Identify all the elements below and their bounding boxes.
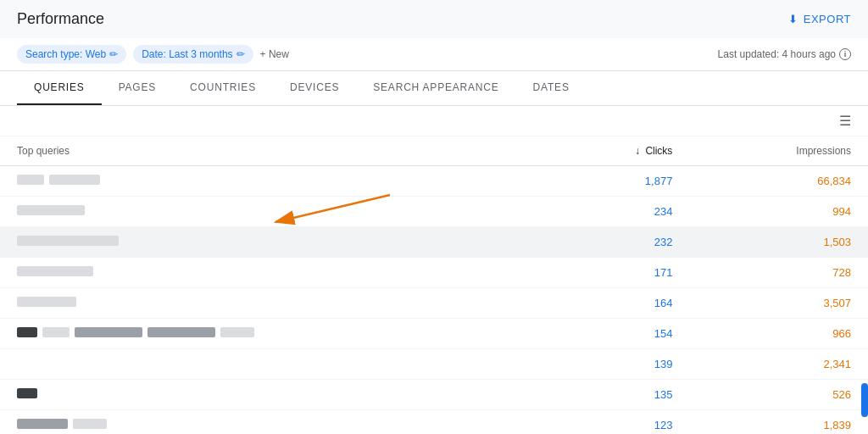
impressions-cell: 1,503 (689, 227, 868, 258)
tabs-bar: QUERIES PAGES COUNTRIES DEVICES SEARCH A… (0, 71, 868, 106)
query-placeholder (75, 327, 142, 337)
filter-rows-icon[interactable]: ☰ (839, 113, 851, 129)
last-updated-text: Last updated: 4 hours ago (718, 48, 836, 60)
page-title: Performance (17, 10, 104, 28)
impressions-cell: 1,839 (689, 410, 868, 435)
date-range-chip[interactable]: Date: Last 3 months ✏ (133, 45, 253, 64)
chip2-label: Date: Last 3 months (142, 48, 232, 60)
col-clicks[interactable]: ↓ Clicks (546, 136, 690, 166)
table-row: 234994 (0, 197, 868, 227)
query-cell (0, 197, 546, 224)
query-placeholder (17, 388, 37, 398)
clicks-cell: 135 (546, 380, 690, 410)
query-cell (0, 166, 546, 193)
clicks-cell: 164 (546, 288, 690, 319)
col-impressions[interactable]: Impressions (689, 136, 868, 166)
tab-search-appearance[interactable]: SEARCH APPEARANCE (356, 71, 515, 105)
query-cell (0, 227, 546, 254)
table-header: Top queries ↓ Clicks Impressions (0, 136, 868, 166)
clicks-cell: 123 (546, 410, 690, 435)
clicks-cell: 1,877 (546, 166, 690, 197)
sort-arrow-icon: ↓ (635, 145, 640, 157)
tab-pages[interactable]: PAGES (102, 71, 173, 105)
impressions-cell: 966 (689, 319, 868, 349)
last-updated: Last updated: 4 hours ago i (718, 48, 851, 60)
edit-icon-2: ✏ (236, 48, 245, 60)
impressions-cell: 526 (689, 380, 868, 410)
query-cell (0, 349, 546, 366)
clicks-cell: 171 (546, 258, 690, 288)
filter-chips: Search type: Web ✏ Date: Last 3 months ✏… (17, 45, 289, 64)
data-table[interactable]: Top queries ↓ Clicks Impressions 1,87766… (0, 136, 868, 434)
query-placeholder (73, 419, 107, 429)
query-placeholder (17, 205, 85, 215)
query-placeholder (42, 327, 70, 337)
impressions-cell: 3,507 (689, 288, 868, 319)
query-cell (0, 380, 546, 407)
table-row: 135526 (0, 380, 868, 410)
clicks-cell: 139 (546, 349, 690, 380)
page-wrapper: Performance ⬇ EXPORT Search type: Web ✏ … (0, 0, 868, 434)
tab-countries[interactable]: COUNTRIES (173, 71, 273, 105)
query-placeholder (147, 327, 215, 337)
impressions-cell: 2,341 (689, 349, 868, 380)
query-placeholder (17, 175, 44, 185)
query-placeholder (17, 327, 37, 337)
chip1-label: Search type: Web (25, 48, 106, 60)
table-row: 154966 (0, 319, 868, 349)
clicks-cell: 232 (546, 227, 690, 258)
main-content: ☰ Top queries ↓ Clicks Impressions (0, 106, 868, 434)
table-row: 1392,341 (0, 349, 868, 380)
export-label: EXPORT (804, 13, 851, 25)
search-type-chip[interactable]: Search type: Web ✏ (17, 45, 126, 64)
query-placeholder (17, 419, 68, 429)
new-filter-button[interactable]: + New (260, 48, 289, 60)
scroll-indicator[interactable] (861, 383, 868, 417)
edit-icon-1: ✏ (109, 48, 118, 60)
query-placeholder (49, 175, 100, 185)
clicks-cell: 154 (546, 319, 690, 349)
tab-devices[interactable]: DEVICES (273, 71, 356, 105)
info-icon[interactable]: i (839, 48, 851, 60)
query-placeholder (17, 266, 93, 276)
table-row: 1,87766,834 (0, 166, 868, 197)
header: Performance ⬇ EXPORT (0, 0, 868, 38)
table-row: 2321,503 (0, 227, 868, 258)
table-row: 1643,507 (0, 288, 868, 319)
filter-bar: Search type: Web ✏ Date: Last 3 months ✏… (0, 38, 868, 71)
query-cell (0, 410, 546, 434)
impressions-cell: 994 (689, 197, 868, 227)
new-label: + New (260, 48, 289, 60)
clicks-cell: 234 (546, 197, 690, 227)
toolbar-row: ☰ (0, 106, 868, 136)
tab-dates[interactable]: DATES (516, 71, 587, 105)
query-placeholder (17, 236, 119, 246)
export-icon: ⬇ (788, 13, 798, 25)
query-cell (0, 258, 546, 285)
impressions-cell: 66,834 (689, 166, 868, 197)
impressions-cell: 728 (689, 258, 868, 288)
tab-queries[interactable]: QUERIES (17, 71, 102, 105)
table-row: 171728 (0, 258, 868, 288)
query-placeholder (220, 327, 254, 337)
col-query: Top queries (0, 136, 546, 166)
export-button[interactable]: ⬇ EXPORT (788, 13, 851, 25)
table-row: 1231,839 (0, 410, 868, 435)
query-cell (0, 288, 546, 315)
query-cell (0, 319, 546, 346)
query-placeholder (17, 297, 76, 307)
